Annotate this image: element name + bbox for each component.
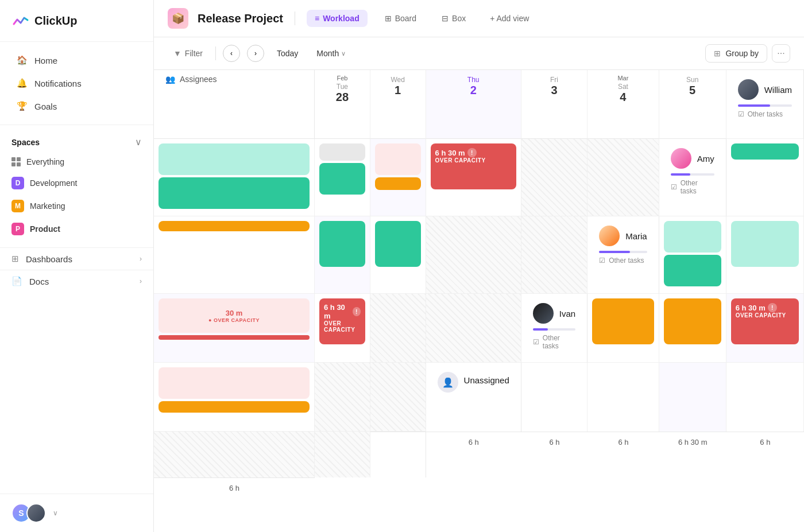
filter-icon: ▼	[173, 49, 181, 58]
docs-label: Docs	[29, 277, 49, 286]
task-block-pink[interactable]	[159, 367, 310, 399]
task-block[interactable]	[731, 143, 799, 160]
sidebar-item-docs[interactable]: 📄 Docs ›	[0, 270, 153, 292]
ivan-cell-2: 6 h 30 m ! OVER CAPACITY	[726, 294, 804, 363]
person-info-maria: Maria ☑ Other tasks	[587, 216, 659, 294]
task-block-orange[interactable]	[375, 177, 421, 190]
task-block[interactable]	[664, 298, 721, 344]
sidebar-item-development[interactable]: D Development	[0, 172, 153, 195]
sidebar-item-marketing[interactable]: M Marketing	[0, 195, 153, 218]
capacity-time: 6 h 30 m !	[736, 303, 794, 312]
over-capacity-label: OVER CAPACITY	[736, 312, 794, 319]
maria-other-tasks[interactable]: ☑ Other tasks	[599, 257, 647, 265]
task-block-orange[interactable]	[159, 401, 310, 413]
task-block[interactable]	[159, 143, 310, 175]
amy-cell-1	[154, 216, 315, 294]
next-arrow-button[interactable]: ›	[247, 45, 264, 62]
sidebar-item-dashboards[interactable]: ⊞ Dashboards ›	[0, 247, 153, 270]
william-cell-0	[154, 139, 315, 216]
task-block-over-capacity[interactable]: 6 h 30 m ! OVER CAPACITY	[319, 298, 365, 344]
spaces-collapse-icon[interactable]: ∨	[135, 137, 142, 147]
over-capacity-label: OVER CAPACITY	[435, 157, 512, 164]
toolbar-right: ⊞ Group by ···	[705, 44, 790, 63]
tab-board[interactable]: ⊞ Board	[377, 10, 424, 27]
docs-icon: 📄	[11, 276, 22, 286]
sidebar: ClickUp 🏠 Home 🔔 Notifications 🏆 Goals S…	[0, 0, 154, 532]
header-day-5: Sun	[666, 76, 719, 84]
filter-button[interactable]: ▼ Filter	[168, 45, 208, 61]
more-options-button[interactable]: ···	[772, 44, 790, 63]
unassigned-cell-0	[521, 363, 587, 432]
task-block-over-capacity[interactable]: 6 h 30 m ! OVER CAPACITY	[731, 298, 799, 344]
avatar-user	[26, 503, 46, 523]
ivan-capacity-bar	[533, 328, 548, 331]
month-label: Month	[316, 49, 339, 58]
warning-red-icon: ●	[208, 317, 212, 323]
check-icon: ☑	[533, 338, 539, 346]
box-icon: ⊟	[442, 14, 449, 23]
spaces-title: Spaces	[11, 138, 40, 147]
header-date-1: 1	[377, 84, 419, 97]
unassigned-cell-4	[154, 432, 315, 477]
task-block[interactable]	[592, 298, 654, 344]
nav-item-home[interactable]: 🏠 Home	[5, 49, 149, 72]
nav-item-goals[interactable]: 🏆 Goals	[5, 95, 149, 118]
unassigned-cell-5	[315, 432, 370, 477]
month-picker-button[interactable]: Month ∨	[311, 45, 351, 61]
add-view-button[interactable]: + Add view	[483, 10, 536, 27]
task-block[interactable]	[159, 177, 310, 209]
over-cap-time: 30 m	[226, 309, 243, 317]
william-cell-2	[370, 139, 426, 216]
dashboards-left: ⊞ Dashboards	[11, 254, 72, 264]
check-icon: ☑	[738, 110, 744, 118]
tab-box[interactable]: ⊟ Box	[434, 10, 474, 27]
footer-cell-3: 6 h 30 m	[659, 432, 726, 477]
today-button[interactable]: Today	[271, 45, 304, 61]
task-block[interactable]	[319, 163, 365, 195]
task-block-over-capacity[interactable]: 6 h 30 m ! OVER CAPACITY	[431, 143, 516, 189]
maria-cell-1	[726, 216, 804, 294]
task-block[interactable]	[319, 143, 365, 161]
ivan-cell-0	[587, 294, 659, 363]
header-col-3: Fri 3	[521, 70, 587, 139]
marketing-badge: M	[11, 200, 24, 212]
william-capacity-bg	[738, 104, 792, 107]
board-icon: ⊞	[385, 14, 392, 23]
toolbar: ▼ Filter ‹ › Today Month ∨ ⊞ Group by ··…	[154, 37, 804, 70]
task-block[interactable]	[375, 221, 421, 267]
amy-other-tasks[interactable]: ☑ Other tasks	[671, 179, 714, 195]
task-block[interactable]	[159, 221, 310, 231]
william-other-tasks[interactable]: ☑ Other tasks	[738, 110, 792, 118]
task-block[interactable]	[731, 221, 799, 267]
task-block[interactable]	[319, 221, 365, 267]
unassigned-cell-3	[726, 363, 804, 432]
task-block-over-cap-orange[interactable]: 30 m ● OVER CAPACITY	[159, 298, 310, 333]
user-profile[interactable]: S ∨	[0, 494, 153, 532]
nav-item-notifications[interactable]: 🔔 Notifications	[5, 72, 149, 95]
task-block-pink[interactable]	[375, 143, 421, 175]
tab-workload[interactable]: ≡ Workload	[307, 10, 368, 27]
ivan-other-tasks[interactable]: ☑ Other tasks	[533, 334, 575, 350]
prev-arrow-button[interactable]: ‹	[223, 45, 240, 62]
group-by-button[interactable]: ⊞ Group by	[705, 44, 767, 63]
header-day-3: Fri	[528, 76, 580, 84]
spaces-section: Spaces ∨ Everything D Development M Mark…	[0, 125, 153, 247]
sidebar-item-product[interactable]: P Product	[0, 218, 153, 240]
maria-cell-5	[426, 294, 521, 363]
task-block[interactable]	[664, 255, 721, 286]
header-col-1: Wed 1	[370, 70, 426, 139]
development-badge: D	[11, 177, 24, 189]
docs-chevron-icon: ›	[140, 277, 142, 285]
william-name-row: William	[738, 79, 792, 100]
today-label: Today	[277, 49, 298, 58]
sidebar-item-everything[interactable]: Everything	[0, 152, 153, 172]
profile-chevron-icon: ∨	[53, 509, 58, 517]
other-tasks-label: Other tasks	[748, 110, 783, 118]
chevron-left-icon: ‹	[230, 49, 233, 57]
ivan-name: Ivan	[559, 309, 575, 319]
task-block[interactable]	[664, 221, 721, 253]
header-date-4: 4	[594, 91, 652, 104]
other-tasks-label: Other tasks	[681, 179, 714, 195]
avatar-ivan	[533, 303, 554, 324]
logo[interactable]: ClickUp	[0, 0, 153, 42]
